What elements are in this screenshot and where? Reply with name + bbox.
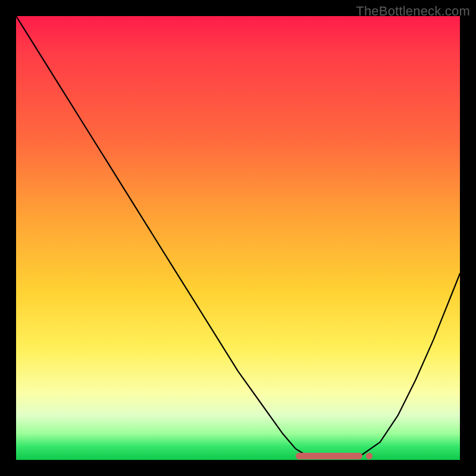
- plot-area: [16, 16, 460, 460]
- bottleneck-curve: [16, 16, 460, 460]
- watermark-text: TheBottleneck.com: [356, 4, 470, 19]
- chart-container: TheBottleneck.com: [0, 0, 476, 476]
- valley-marker-end-dot: [366, 453, 372, 459]
- valley-marker: [296, 453, 362, 459]
